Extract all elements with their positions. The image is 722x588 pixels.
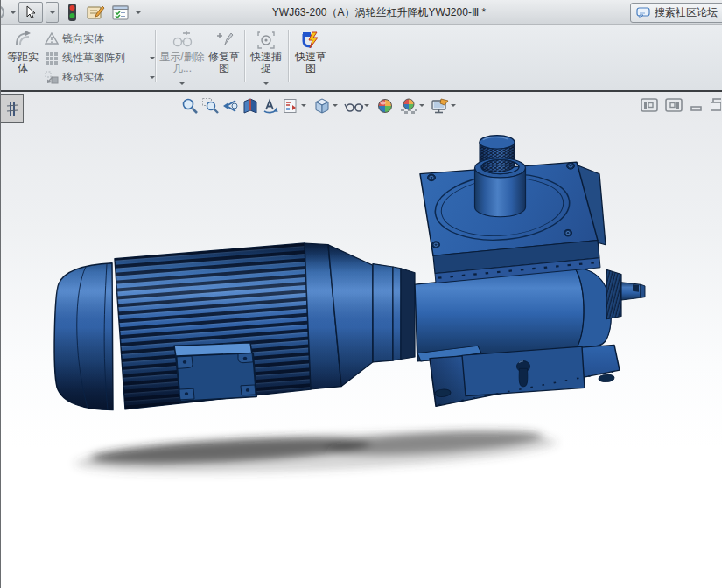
bell-housing[interactable] <box>401 269 415 360</box>
select-tool-button[interactable] <box>18 2 43 23</box>
command-manager-ribbon: 等距实体 镜向实体 线性草图阵列 <box>1 24 722 92</box>
view-orientation-icon <box>282 97 299 115</box>
display-delete-relations-icon <box>171 27 193 50</box>
linear-sketch-pattern-button[interactable]: 线性草图阵列 <box>45 48 155 67</box>
motor-junction-box[interactable] <box>174 343 256 402</box>
display-delete-relations-label: 显示/删除几... <box>158 52 206 74</box>
view-orientation-button[interactable] <box>281 95 300 116</box>
view-settings-icon <box>431 97 450 115</box>
ribbon-separator <box>288 30 289 82</box>
note-properties-icon[interactable] <box>86 4 105 21</box>
section-view-icon <box>242 97 259 115</box>
search-forum-label: 搜索社区论坛 <box>655 5 718 20</box>
mirror-entities-label: 镜向实体 <box>62 32 155 46</box>
quick-snaps-button[interactable]: 快速捕捉 <box>248 27 284 87</box>
feature-manager-tab[interactable] <box>1 94 24 122</box>
lifting-screw[interactable] <box>475 136 526 217</box>
collapse-left-pane-button[interactable] <box>641 98 658 112</box>
rapid-sketch-button[interactable]: 快速草图 <box>291 27 331 87</box>
sketch-tree-icon <box>5 100 19 117</box>
quick-access-toolbar <box>1 0 141 24</box>
move-entities-icon <box>45 71 59 84</box>
select-arrow-icon <box>25 5 37 19</box>
heads-up-view-toolbar <box>180 95 456 116</box>
chevron-down-icon[interactable] <box>301 104 306 107</box>
rotate-view-icon <box>262 97 279 115</box>
quick-snaps-icon <box>256 27 276 50</box>
move-entities-label: 移动实体 <box>62 70 146 85</box>
offset-entities-icon <box>12 27 33 50</box>
linear-pattern-label: 线性草图阵列 <box>62 51 146 66</box>
repair-sketch-label: 修复草图 <box>206 52 242 74</box>
previous-view-icon <box>221 97 239 115</box>
repair-sketch-icon <box>214 27 234 50</box>
chevron-down-icon[interactable] <box>11 11 16 14</box>
linear-pattern-icon <box>45 52 59 65</box>
gearbox-group[interactable] <box>415 136 645 407</box>
hide-show-items-button[interactable] <box>344 95 363 116</box>
pane-controls <box>641 98 721 112</box>
mirror-entities-button[interactable]: 镜向实体 <box>45 29 155 48</box>
restore-window-button[interactable] <box>711 98 721 112</box>
sketch-tools-rows: 镜向实体 线性草图阵列 <box>45 29 155 87</box>
apply-scene-icon <box>399 97 418 115</box>
edit-appearance-button[interactable] <box>375 95 395 116</box>
zoom-to-fit-button[interactable] <box>180 95 200 116</box>
view-settings-button[interactable] <box>431 95 450 116</box>
chevron-down-icon[interactable] <box>364 104 369 107</box>
solidworks-window: YWJ63-200（A）涡轮丝杠升降机YWJ200-Ⅲ * 搜索社区论坛 等距实… <box>0 0 722 588</box>
traffic-light-icon[interactable] <box>67 3 78 22</box>
speech-bubble-icon <box>636 7 650 19</box>
title-bar: YWJ63-200（A）涡轮丝杠升降机YWJ200-Ⅲ * 搜索社区论坛 <box>1 0 722 24</box>
minimize-window-button[interactable] <box>690 98 704 112</box>
scene-floor <box>1 456 722 588</box>
window-title: YWJ63-200（A）涡轮丝杠升降机YWJ200-Ⅲ * <box>132 0 626 24</box>
partial-tool-icon[interactable] <box>0 4 8 21</box>
chevron-down-icon[interactable] <box>451 104 456 107</box>
model-canvas[interactable] <box>1 92 722 588</box>
motor-group[interactable] <box>54 243 415 410</box>
ribbon-separator <box>244 30 245 82</box>
zoom-to-area-icon <box>201 97 219 115</box>
display-delete-relations-button[interactable]: 显示/删除几... <box>158 27 206 87</box>
section-view-button[interactable] <box>241 95 260 116</box>
gearbox-base[interactable] <box>417 345 620 406</box>
repair-sketch-button[interactable]: 修复草图 <box>206 27 242 87</box>
offset-entities-label: 等距实体 <box>3 52 43 74</box>
mirror-entities-icon <box>45 32 59 46</box>
graphics-viewport[interactable] <box>1 92 722 588</box>
chevron-down-icon[interactable] <box>419 104 424 107</box>
rapid-sketch-label: 快速草图 <box>291 52 331 74</box>
rapid-sketch-icon <box>301 27 320 50</box>
zoom-to-fit-icon <box>181 97 199 115</box>
select-tool-dropdown[interactable] <box>46 2 59 23</box>
zoom-to-area-button[interactable] <box>200 95 220 116</box>
search-forum-button[interactable]: 搜索社区论坛 <box>630 3 722 23</box>
mounting-slot <box>599 374 615 382</box>
design-checker-icon[interactable] <box>112 4 130 21</box>
collapse-right-pane-button[interactable] <box>665 98 683 112</box>
quick-snaps-label: 快速捕捉 <box>248 52 284 74</box>
chevron-down-icon[interactable] <box>263 82 269 87</box>
chevron-down-icon[interactable] <box>179 82 185 87</box>
chevron-down-icon[interactable] <box>333 104 338 107</box>
previous-view-button[interactable] <box>221 95 240 116</box>
eyeglasses-icon <box>344 97 363 115</box>
apply-scene-button[interactable] <box>399 95 418 116</box>
appearance-ball-icon <box>376 97 394 115</box>
move-entities-button[interactable]: 移动实体 <box>45 67 155 87</box>
chevron-down-icon <box>50 11 55 14</box>
ribbon-separator <box>155 30 156 82</box>
shaft-keyway <box>633 284 639 291</box>
offset-entities-button[interactable]: 等距实体 <box>3 27 43 87</box>
rotate-annotation-view-button[interactable] <box>261 95 280 116</box>
display-style-button[interactable] <box>312 95 332 116</box>
display-style-icon <box>313 97 331 115</box>
